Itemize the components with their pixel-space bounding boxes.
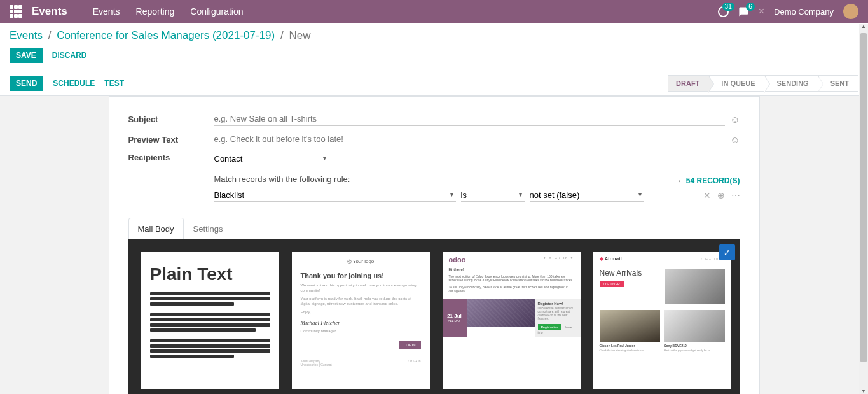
- page-scrollbar[interactable]: ▲ ▼: [859, 24, 868, 394]
- breadcrumb-parent[interactable]: Conference for Sales Managers (2021-07-1…: [57, 29, 275, 41]
- match-rule-text: Match records with the following rule:: [214, 174, 350, 184]
- emoji-icon[interactable]: ☺: [730, 134, 740, 145]
- template-plain-text[interactable]: Plain Text: [141, 252, 279, 389]
- status-sending[interactable]: SENDING: [765, 75, 818, 92]
- test-button[interactable]: TEST: [104, 79, 124, 88]
- close-icon[interactable]: ×: [759, 6, 764, 17]
- send-button[interactable]: SEND: [10, 76, 43, 91]
- preview-label: Preview Text: [128, 135, 214, 144]
- app-name[interactable]: Events: [32, 5, 67, 18]
- status-draft[interactable]: DRAFT: [668, 75, 709, 92]
- templates-gallery: ⤢ Plain Text ◎ Your logo Thank you for j…: [128, 239, 740, 394]
- breadcrumb-current: New: [289, 29, 310, 41]
- tab-mail-body[interactable]: Mail Body: [128, 218, 184, 239]
- filter-field-select[interactable]: Blacklist: [214, 189, 456, 202]
- tab-settings[interactable]: Settings: [184, 218, 233, 239]
- user-avatar[interactable]: [843, 4, 858, 19]
- recipients-label: Recipients: [128, 153, 214, 162]
- template-airmail[interactable]: Airmailf G+ in ♥ New Arrivals DISCOVER G…: [593, 252, 731, 389]
- menu-reporting[interactable]: Reporting: [136, 6, 175, 17]
- apps-icon[interactable]: [10, 5, 22, 18]
- breadcrumb: Events / Conference for Sales Managers (…: [10, 29, 858, 42]
- template-thank-you[interactable]: ◎ Your logo Thank you for joining us! We…: [292, 252, 430, 389]
- arrow-right-icon: →: [673, 176, 682, 186]
- breadcrumb-root[interactable]: Events: [10, 29, 43, 41]
- filter-operator-select[interactable]: is: [461, 189, 525, 202]
- menu-events[interactable]: Events: [93, 6, 120, 17]
- company-name[interactable]: Demo Company: [774, 7, 834, 17]
- filter-more-icon[interactable]: ⋯: [731, 190, 740, 201]
- activities-icon[interactable]: 31: [718, 6, 729, 17]
- filter-value-select[interactable]: not set (false): [530, 189, 644, 202]
- filter-add-icon[interactable]: ⊕: [717, 190, 725, 201]
- filter-delete-icon[interactable]: ✕: [703, 190, 711, 201]
- template-odoo-event[interactable]: odoof ✉ G+ in ♥ Hi there! The next editi…: [443, 252, 581, 389]
- schedule-button[interactable]: SCHEDULE: [53, 79, 95, 88]
- discard-button[interactable]: DISCARD: [52, 51, 87, 60]
- status-sent[interactable]: SENT: [818, 75, 858, 92]
- subject-label: Subject: [128, 115, 214, 124]
- recipients-select[interactable]: Contact: [214, 153, 329, 165]
- save-button[interactable]: SAVE: [10, 48, 43, 63]
- emoji-icon[interactable]: ☺: [730, 114, 740, 125]
- discuss-icon[interactable]: 6: [738, 6, 749, 17]
- subject-input[interactable]: [214, 112, 726, 126]
- status-in-queue[interactable]: IN QUEUE: [709, 75, 764, 92]
- menu-configuration[interactable]: Configuration: [190, 6, 243, 17]
- fullscreen-icon[interactable]: ⤢: [719, 244, 735, 260]
- records-count-link[interactable]: 54 RECORD(S): [686, 176, 740, 185]
- preview-input[interactable]: [214, 132, 726, 146]
